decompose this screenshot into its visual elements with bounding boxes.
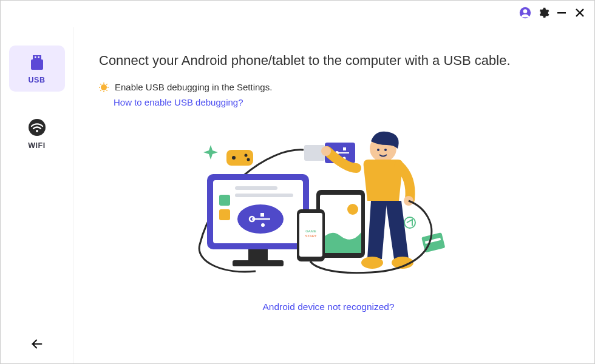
app-window: USB WIFI Connect your Android phone/tabl…: [0, 0, 595, 364]
svg-rect-2: [557, 12, 566, 13]
titlebar: [519, 1, 594, 19]
account-icon[interactable]: [519, 7, 531, 19]
svg-rect-35: [248, 249, 268, 260]
svg-point-12: [101, 84, 107, 90]
svg-rect-5: [33, 55, 41, 59]
svg-rect-39: [235, 186, 277, 190]
page-heading: Connect your Android phone/tablet to the…: [99, 53, 511, 69]
svg-rect-8: [31, 59, 43, 70]
svg-point-1: [523, 9, 528, 13]
tip-text: Enable USB debugging in the Settings.: [115, 82, 272, 92]
minimize-icon[interactable]: [556, 7, 568, 19]
close-icon[interactable]: [574, 7, 586, 19]
sidebar-item-wifi[interactable]: WIFI: [9, 109, 65, 157]
svg-rect-38: [219, 209, 230, 220]
sidebar: USB WIFI: [1, 27, 73, 363]
svg-line-20: [106, 84, 107, 84]
svg-line-17: [100, 84, 101, 84]
gear-icon[interactable]: [537, 7, 549, 19]
connect-illustration: GAME START: [189, 123, 468, 281]
svg-point-25: [245, 154, 248, 157]
footer-link-not-recognized[interactable]: Android device not recognized?: [262, 302, 394, 312]
svg-rect-44: [260, 213, 264, 217]
svg-line-19: [100, 90, 101, 90]
arrow-left-icon: [30, 337, 44, 351]
svg-point-10: [36, 130, 38, 132]
tip-row: Enable USB debugging in the Settings.: [99, 82, 272, 92]
svg-point-59: [321, 146, 331, 156]
svg-point-57: [384, 149, 387, 151]
main-panel: Connect your Android phone/tablet to the…: [73, 27, 594, 363]
svg-text:START: START: [305, 234, 316, 238]
usb-icon: [28, 55, 46, 71]
sidebar-item-label: USB: [29, 76, 46, 84]
svg-point-22: [404, 217, 415, 228]
sidebar-item-usb[interactable]: USB: [9, 46, 65, 92]
help-link-usb-debugging[interactable]: How to enable USB debugging?: [114, 97, 243, 107]
svg-point-45: [261, 223, 265, 227]
svg-rect-31: [343, 147, 346, 150]
svg-point-48: [347, 204, 358, 215]
lightbulb-icon: [99, 83, 109, 92]
svg-point-26: [247, 158, 250, 161]
sidebar-item-label: WIFI: [28, 141, 45, 150]
svg-point-56: [377, 149, 379, 151]
svg-rect-36: [233, 260, 284, 266]
svg-line-18: [106, 90, 107, 90]
svg-marker-21: [203, 145, 218, 160]
svg-text:GAME: GAME: [305, 229, 316, 233]
svg-rect-23: [226, 150, 253, 166]
svg-rect-7: [38, 56, 39, 58]
wifi-icon: [28, 118, 46, 136]
back-button[interactable]: [30, 337, 44, 351]
content-body: USB WIFI Connect your Android phone/tabl…: [1, 1, 594, 363]
svg-rect-40: [235, 194, 293, 197]
svg-rect-6: [35, 56, 36, 58]
svg-rect-37: [219, 195, 230, 206]
svg-point-60: [361, 257, 383, 269]
svg-point-24: [232, 156, 236, 160]
